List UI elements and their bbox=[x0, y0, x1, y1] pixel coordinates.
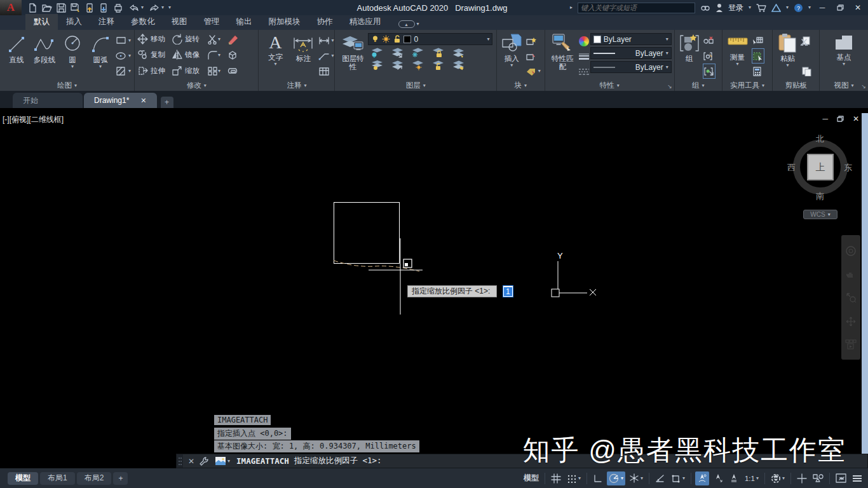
view-dialog-launcher[interactable]: ↘ bbox=[861, 83, 866, 90]
color-wheel-icon[interactable] bbox=[579, 36, 589, 46]
linetype-dropdown[interactable]: ByLayer▾ bbox=[590, 61, 672, 73]
restore-button[interactable] bbox=[834, 4, 846, 11]
ribbon-tab-home[interactable]: 默认 bbox=[25, 14, 58, 30]
isolate-objects-button[interactable] bbox=[811, 471, 825, 485]
undo-button[interactable]: ▾ bbox=[128, 3, 144, 12]
ribbon-tab-annotate[interactable]: 注释 bbox=[90, 14, 123, 30]
help-icon[interactable]: ? bbox=[794, 3, 803, 13]
ribbon-tab-view[interactable]: 视图 bbox=[163, 14, 196, 30]
array-button[interactable]: ▾ bbox=[207, 66, 220, 76]
clean-screen-crosshair-button[interactable] bbox=[795, 471, 809, 485]
scale-button[interactable]: 缩放 bbox=[172, 65, 200, 76]
layer-paint-button[interactable] bbox=[452, 60, 465, 71]
lineweight-dropdown[interactable]: ByLayer▾ bbox=[590, 47, 672, 59]
circle-button[interactable]: 圆 ▾ bbox=[58, 32, 86, 80]
qat-customize-button[interactable]: ▾ bbox=[168, 5, 171, 10]
panel-modify-footer[interactable]: 修改▾ bbox=[135, 80, 258, 91]
save-to-web-button[interactable] bbox=[99, 3, 109, 13]
open-file-button[interactable] bbox=[42, 3, 52, 13]
text-button[interactable]: A 文字 ▾ bbox=[261, 32, 289, 80]
insert-block-button[interactable]: 插入 ▾ bbox=[499, 32, 524, 80]
ribbon-tab-parametric[interactable]: 参数化 bbox=[123, 14, 163, 30]
select-similar-button[interactable] bbox=[752, 48, 764, 64]
ellipse-button[interactable]: ▾ bbox=[116, 48, 131, 64]
linear-dimension-button[interactable]: ▾ bbox=[318, 33, 334, 48]
group-edit-button[interactable] bbox=[703, 48, 715, 64]
edit-attributes-button[interactable]: ▾ bbox=[526, 64, 541, 79]
ortho-toggle[interactable] bbox=[591, 471, 605, 485]
signin-label[interactable]: 登录 bbox=[728, 3, 743, 13]
quick-select-button[interactable] bbox=[752, 33, 764, 48]
viewcube-south-label[interactable]: 南 bbox=[816, 191, 824, 202]
layer-freeze-button[interactable] bbox=[411, 47, 424, 58]
showmotion-icon[interactable] bbox=[845, 339, 857, 349]
layer-make-current-button[interactable] bbox=[370, 60, 383, 71]
snap-mode-toggle[interactable]: ▾ bbox=[565, 471, 583, 485]
annotation-autoscale-toggle[interactable] bbox=[711, 471, 725, 485]
model-space-toggle[interactable]: 模型 bbox=[522, 471, 541, 485]
viewport-controls[interactable]: [-][俯视][二维线框] bbox=[3, 114, 64, 125]
layer-thaw-all-button[interactable] bbox=[411, 60, 424, 71]
explode-button[interactable] bbox=[227, 50, 239, 60]
command-close-icon[interactable]: ✕ bbox=[183, 457, 200, 466]
copy-button[interactable]: 复制 bbox=[137, 50, 165, 60]
plot-button[interactable] bbox=[113, 3, 123, 13]
ungroup-button[interactable] bbox=[703, 33, 715, 48]
panel-layers-footer[interactable]: 图层▾ bbox=[335, 80, 496, 91]
layout-tab-layout1[interactable]: 布局1 bbox=[40, 472, 75, 485]
drawing-minimize-button[interactable]: ─ bbox=[822, 114, 828, 123]
orbit-icon[interactable] bbox=[845, 316, 857, 327]
trim-button[interactable]: ▾ bbox=[207, 34, 220, 44]
panel-clipboard-footer[interactable]: 剪贴板 bbox=[773, 80, 819, 91]
drawing-restore-button[interactable] bbox=[837, 116, 844, 122]
rotate-button[interactable]: 旋转 bbox=[172, 34, 200, 44]
layer-select-dropdown[interactable]: 0 ▾ bbox=[368, 33, 492, 45]
panel-draw-footer[interactable]: 绘图▾ bbox=[0, 80, 134, 91]
search-input[interactable] bbox=[578, 3, 695, 13]
zoom-icon[interactable] bbox=[845, 292, 857, 303]
pan-icon[interactable] bbox=[845, 269, 857, 279]
match-properties-button[interactable]: 特性匹配 bbox=[548, 32, 578, 80]
cut-button[interactable] bbox=[801, 33, 812, 48]
annotation-visibility-toggle[interactable] bbox=[695, 471, 709, 485]
measure-button[interactable]: 测量 ▾ bbox=[725, 32, 750, 80]
polyline-button[interactable]: 多段线 bbox=[31, 32, 58, 80]
autodesk-account-icon[interactable] bbox=[771, 4, 781, 12]
stretch-button[interactable]: 拉伸 bbox=[137, 65, 165, 76]
line-button[interactable]: 直线 bbox=[3, 32, 31, 80]
customization-menu-button[interactable] bbox=[850, 471, 864, 485]
ribbon-tab-manage[interactable]: 管理 bbox=[196, 14, 228, 30]
dynamic-input-field[interactable]: 1 bbox=[503, 285, 513, 297]
file-tab-close-icon[interactable]: ✕ bbox=[140, 97, 146, 105]
arc-button[interactable]: 圆弧 ▾ bbox=[86, 32, 114, 80]
layer-isolate-button[interactable] bbox=[391, 47, 403, 58]
quick-calculator-button[interactable] bbox=[752, 64, 764, 79]
panel-properties-footer[interactable]: 特性▾ bbox=[545, 80, 674, 91]
command-prompt[interactable]: 指定缩放比例因子 <1>: bbox=[294, 456, 382, 466]
base-view-button[interactable]: 基点 ▾ bbox=[830, 32, 858, 80]
leader-button[interactable]: ▾ bbox=[318, 48, 334, 64]
object-color-dropdown[interactable]: ByLayer▾ bbox=[590, 33, 672, 45]
erase-button[interactable] bbox=[227, 34, 240, 44]
minimize-button[interactable]: ─ bbox=[816, 3, 829, 12]
file-tab-drawing1[interactable]: Drawing1* ✕ bbox=[84, 93, 157, 108]
layout-tab-model[interactable]: 模型 bbox=[8, 472, 38, 485]
command-customize-icon[interactable] bbox=[200, 457, 209, 466]
redo-button[interactable]: ▾ bbox=[148, 3, 164, 12]
object-snap-toggle[interactable]: ▾ bbox=[669, 471, 687, 485]
mirror-button[interactable]: 镜像 bbox=[172, 50, 200, 60]
layer-match-button[interactable] bbox=[452, 47, 465, 58]
app-store-cart-icon[interactable] bbox=[756, 3, 766, 12]
polar-tracking-toggle[interactable]: ▾ bbox=[607, 471, 625, 485]
command-line-grip[interactable] bbox=[177, 454, 183, 468]
grid-toggle[interactable] bbox=[549, 471, 563, 485]
navigation-bar[interactable] bbox=[841, 235, 860, 360]
close-button[interactable]: ✕ bbox=[851, 3, 864, 12]
hardware-acceleration-button[interactable] bbox=[834, 471, 848, 485]
vertical-scrollbar[interactable] bbox=[862, 113, 868, 468]
layer-previous-button[interactable] bbox=[391, 60, 403, 71]
layout-tab-layout2[interactable]: 布局2 bbox=[77, 472, 112, 485]
object-snap-tracking-toggle[interactable] bbox=[653, 471, 667, 485]
ribbon-tab-addins[interactable]: 附加模块 bbox=[261, 14, 309, 30]
isodraft-toggle[interactable]: ▾ bbox=[627, 471, 645, 485]
